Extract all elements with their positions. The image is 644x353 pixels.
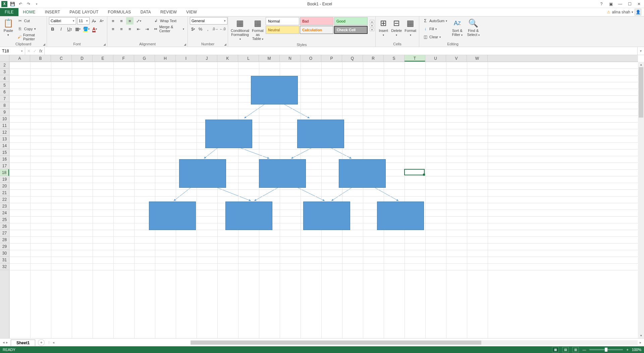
hscroll-right-icon[interactable]: ▸: [640, 341, 641, 344]
formula-input[interactable]: [45, 47, 637, 55]
row-header-15[interactable]: 15: [0, 149, 9, 156]
col-header-I[interactable]: I: [176, 55, 197, 61]
underline-button[interactable]: U ▾: [66, 25, 73, 33]
format-cells-button[interactable]: ▦ Format▾: [404, 17, 417, 38]
row-header-12[interactable]: 12: [0, 129, 9, 136]
clipboard-launcher[interactable]: ◢: [43, 43, 45, 46]
scroll-up-icon[interactable]: ▴: [638, 62, 644, 67]
col-header-O[interactable]: O: [301, 55, 321, 61]
align-right-button[interactable]: ≡: [126, 25, 133, 33]
alignment-launcher[interactable]: ◢: [184, 43, 186, 46]
style-down-icon[interactable]: ▾: [370, 24, 374, 27]
col-header-K[interactable]: K: [217, 55, 238, 61]
bold-button[interactable]: B: [49, 25, 56, 33]
row-header-17[interactable]: 17: [0, 163, 9, 169]
maximize-button[interactable]: ☐: [627, 1, 633, 7]
row-header-7[interactable]: 7: [0, 95, 9, 102]
shape-rectangle-6[interactable]: [339, 159, 386, 188]
undo-button[interactable]: ↶: [17, 1, 23, 7]
align-middle-button[interactable]: ≡: [118, 17, 125, 25]
row-header-21[interactable]: 21: [0, 189, 9, 196]
col-header-T[interactable]: T: [405, 55, 425, 61]
col-header-U[interactable]: U: [425, 55, 446, 61]
font-color-button[interactable]: A▾: [91, 25, 98, 33]
percent-button[interactable]: %: [197, 25, 204, 33]
row-header-27[interactable]: 27: [0, 230, 9, 236]
shape-rectangle-3[interactable]: [297, 120, 344, 148]
col-header-L[interactable]: L: [238, 55, 259, 61]
format-painter-button[interactable]: 🖌Format Painter: [16, 33, 45, 41]
copy-button[interactable]: ⎘Copy ▾: [16, 25, 45, 33]
cut-button[interactable]: ✂Cut: [16, 17, 45, 25]
col-header-C[interactable]: C: [51, 55, 72, 61]
grow-font-button[interactable]: A▴: [91, 17, 97, 25]
qat-customize[interactable]: ▾: [34, 1, 40, 7]
style-more-icon[interactable]: ▾: [370, 28, 374, 31]
row-header-22[interactable]: 22: [0, 196, 9, 203]
vertical-scrollbar[interactable]: ▴ ▾: [638, 62, 644, 338]
row-header-30[interactable]: 30: [0, 250, 9, 257]
connector-arrow-2[interactable]: [284, 104, 310, 118]
row-header-23[interactable]: 23: [0, 203, 9, 210]
row-headers[interactable]: 2345678910111213141516171819202122232425…: [0, 62, 9, 338]
cell-styles-gallery[interactable]: Normal Bad Good Neutral Calculation Chec…: [266, 17, 368, 34]
col-header-N[interactable]: N: [280, 55, 301, 61]
vscroll-thumb[interactable]: [639, 67, 643, 118]
sheet-tab-sheet1[interactable]: Sheet1: [11, 340, 35, 346]
style-good[interactable]: Good: [334, 17, 368, 25]
tab-page-layout[interactable]: PAGE LAYOUT: [65, 8, 103, 16]
account-area[interactable]: ⚠ alina shah ▾ 👤: [607, 8, 644, 16]
comma-button[interactable]: ,: [205, 25, 211, 33]
page-layout-view-button[interactable]: ▤: [562, 347, 569, 352]
col-header-B[interactable]: B: [30, 55, 51, 61]
style-normal[interactable]: Normal: [266, 17, 299, 25]
save-button[interactable]: 💾: [9, 1, 15, 7]
accounting-button[interactable]: $▾: [190, 25, 196, 33]
ribbon-display-button[interactable]: ▣: [608, 1, 614, 7]
italic-button[interactable]: I: [57, 25, 65, 33]
horizontal-scrollbar[interactable]: [191, 340, 638, 345]
tab-view[interactable]: VIEW: [181, 8, 202, 16]
zoom-slider[interactable]: [589, 349, 623, 350]
expand-formula-bar[interactable]: ▾: [637, 47, 644, 55]
zoom-level[interactable]: 100%: [632, 348, 641, 352]
col-header-W[interactable]: W: [467, 55, 488, 61]
style-up-icon[interactable]: ▴: [370, 20, 374, 23]
row-header-6[interactable]: 6: [0, 89, 9, 95]
style-gallery-scroll[interactable]: ▴ ▾ ▾: [369, 20, 375, 31]
border-button[interactable]: ▦▾: [74, 25, 82, 33]
scroll-down-icon[interactable]: ▾: [638, 333, 644, 338]
font-size-combo[interactable]: 11▾: [77, 17, 90, 25]
cancel-formula-button[interactable]: ✕: [27, 49, 31, 53]
zoom-out-button[interactable]: —: [582, 348, 586, 352]
column-headers[interactable]: ABCDEFGHIJKLMNOPQRSTUVW: [9, 55, 638, 62]
col-header-R[interactable]: R: [363, 55, 384, 61]
decrease-indent-button[interactable]: ⇤: [135, 25, 142, 33]
increase-indent-button[interactable]: ⇥: [143, 25, 151, 33]
select-all-corner[interactable]: [0, 55, 9, 62]
fill-button[interactable]: ↓Fill ▾: [421, 25, 448, 33]
close-button[interactable]: ✕: [636, 1, 642, 7]
font-launcher[interactable]: ◢: [103, 43, 106, 46]
shrink-font-button[interactable]: A▾: [98, 17, 105, 25]
col-header-M[interactable]: M: [259, 55, 280, 61]
align-center-button[interactable]: ≡: [118, 25, 125, 33]
shape-rectangle-7[interactable]: [149, 202, 196, 230]
shape-rectangle-1[interactable]: [251, 76, 298, 104]
cells-area[interactable]: [9, 62, 638, 338]
sort-filter-button[interactable]: AZ Sort &Filter ▾: [450, 17, 465, 38]
col-header-V[interactable]: V: [446, 55, 467, 61]
increase-decimal-button[interactable]: .0→: [212, 25, 218, 33]
font-name-combo[interactable]: Calibri▾: [49, 17, 76, 25]
tab-data[interactable]: DATA: [136, 8, 156, 16]
row-header-25[interactable]: 25: [0, 216, 9, 223]
insert-cells-button[interactable]: ⊞ Insert▾: [378, 17, 389, 38]
tab-file[interactable]: FILE: [0, 8, 18, 16]
shape-rectangle-4[interactable]: [179, 159, 226, 188]
col-header-J[interactable]: J: [197, 55, 217, 61]
new-sheet-button[interactable]: +: [38, 339, 45, 346]
format-as-table-button[interactable]: ▦ Format asTable ▾: [251, 17, 264, 42]
row-header-19[interactable]: 19: [0, 176, 9, 183]
col-header-P[interactable]: P: [321, 55, 342, 61]
number-launcher[interactable]: ◢: [224, 43, 226, 46]
